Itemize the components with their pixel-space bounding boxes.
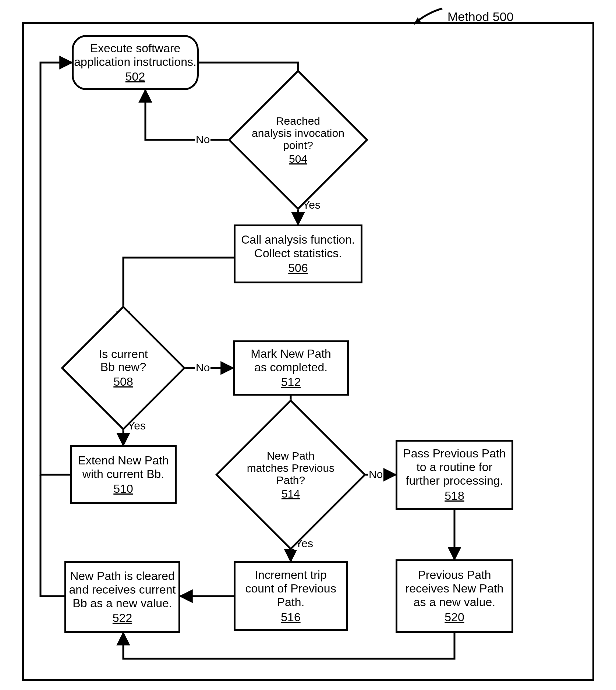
node-510-number: 510: [113, 482, 133, 496]
node-520: Previous Path receives New Path as a new…: [396, 559, 513, 633]
node-512: Mark New Path as completed. 512: [233, 340, 349, 396]
node-512-number: 512: [281, 375, 301, 389]
node-518-line1: Pass Previous Path: [403, 447, 506, 460]
node-514: New Path matches Previous Path? 514: [237, 421, 344, 528]
node-516-number: 516: [281, 611, 300, 624]
node-506: Call analysis function. Collect statisti…: [234, 224, 362, 283]
node-510: Extend New Path with current Bb. 510: [70, 445, 177, 504]
node-522-line3: Bb as a new value.: [72, 597, 172, 610]
node-518: Pass Previous Path to a routine for furt…: [396, 440, 513, 510]
node-508-line2: Bb new?: [100, 361, 146, 374]
node-518-number: 518: [445, 489, 464, 503]
node-514-line3: Path?: [276, 474, 305, 486]
node-512-line2: as completed.: [254, 361, 328, 374]
edge-514-no-label: No: [368, 468, 383, 481]
node-508: Is current Bb new? 508: [79, 324, 167, 412]
node-514-number: 514: [282, 488, 300, 500]
method-title: Method 500: [447, 10, 514, 24]
node-516-line3: Path.: [277, 595, 305, 609]
node-520-number: 520: [445, 611, 464, 624]
node-510-line1: Extend New Path: [78, 454, 169, 467]
svg-marker-0: [414, 17, 421, 24]
node-508-line1: Is current: [99, 348, 148, 361]
node-506-line2: Collect statistics.: [254, 247, 342, 260]
node-502: Execute software application instruction…: [72, 35, 199, 90]
title-arrow-icon: [408, 6, 445, 28]
node-518-line3: further processing.: [406, 474, 503, 488]
node-516: Increment trip count of Previous Path. 5…: [234, 561, 348, 631]
node-522-line2: and receives current: [69, 583, 176, 597]
node-516-line2: count of Previous: [245, 582, 336, 595]
edge-508-no-label: No: [195, 361, 210, 374]
edge-504-no-label: No: [195, 133, 210, 146]
node-522: New Path is cleared and receives current…: [64, 561, 180, 633]
node-506-line1: Call analysis function.: [241, 233, 355, 247]
node-514-line1: New Path: [267, 450, 315, 462]
node-502-number: 502: [125, 70, 145, 84]
flowchart-canvas: Method 500: [0, 0, 616, 690]
node-504-line1: Reached: [276, 115, 320, 127]
node-502-line2: application instructions.: [74, 55, 197, 69]
node-504-line3: point?: [283, 139, 313, 151]
node-510-line2: with current Bb.: [82, 467, 164, 481]
node-512-line1: Mark New Path: [251, 347, 331, 361]
node-516-line1: Increment trip: [255, 568, 327, 582]
node-508-number: 508: [113, 375, 133, 388]
node-518-line2: to a routine for: [417, 460, 492, 474]
node-522-line1: New Path is cleared: [70, 569, 175, 583]
node-504-line2: analysis invocation: [252, 127, 344, 139]
node-520-line2: receives New Path: [406, 582, 504, 595]
node-520-line3: as a new value.: [414, 595, 495, 609]
node-506-number: 506: [288, 261, 308, 275]
node-514-line2: matches Previous: [247, 462, 334, 474]
node-522-number: 522: [113, 611, 132, 625]
node-502-line1: Execute software: [90, 42, 180, 55]
node-520-line1: Previous Path: [418, 568, 491, 582]
node-504: Reached analysis invocation point? 504: [248, 90, 348, 190]
method-title-row: Method 500: [408, 6, 514, 28]
node-504-number: 504: [289, 153, 307, 165]
